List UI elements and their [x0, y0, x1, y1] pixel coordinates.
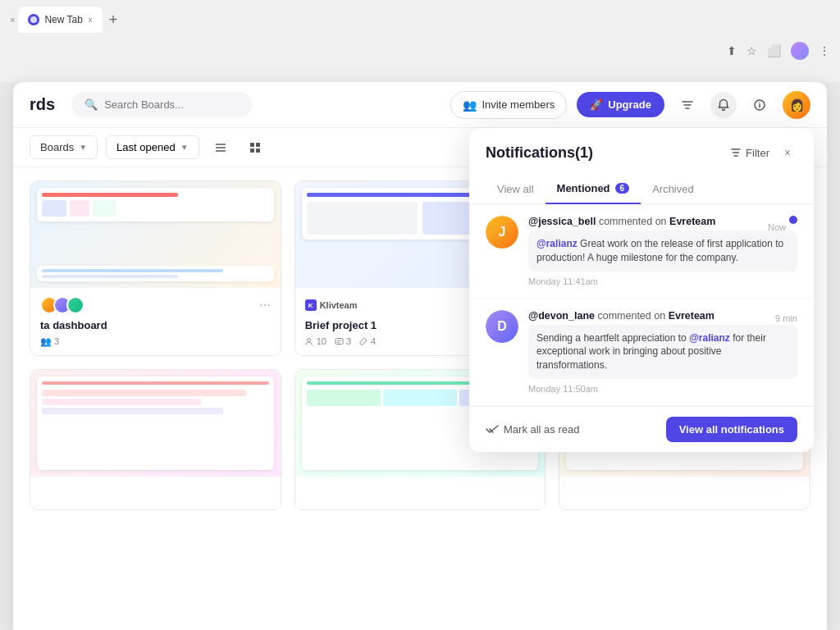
- mentioned-count-badge: 6: [615, 183, 630, 194]
- card-member-count-1: 👥 3: [40, 336, 59, 347]
- grid-view-icon-button[interactable]: [242, 135, 268, 161]
- notif-content-1: @jessica_bell commented on Evreteam @ral…: [528, 216, 797, 286]
- notif-avatar-2: D: [486, 310, 518, 343]
- notif-timestamp-2: 9 min: [775, 313, 797, 323]
- tab-view-all[interactable]: View all: [486, 174, 546, 204]
- notif-date-2: Monday 11:50am: [528, 384, 797, 394]
- notif-timestamp-1: Now: [768, 219, 786, 234]
- unread-indicator-1: [789, 216, 797, 224]
- filter-icon-button[interactable]: [674, 92, 701, 118]
- card-attachments-2: 4: [359, 336, 376, 346]
- chevron-down-icon: ▼: [180, 143, 189, 152]
- card-avatars: [40, 296, 84, 314]
- notif-summary-1: @jessica_bell commented on Evreteam: [528, 216, 797, 227]
- search-bar[interactable]: 🔍: [71, 92, 252, 117]
- search-input[interactable]: [104, 98, 227, 111]
- filter-label: Filter: [746, 147, 769, 159]
- board-select-label: Boards: [40, 141, 74, 153]
- card-preview-4: [30, 370, 281, 477]
- view-all-label: View all notifications: [679, 423, 784, 436]
- sort-button[interactable]: Last opened ▼: [106, 135, 199, 159]
- notif-date-1: Monday 11:41am: [528, 276, 797, 286]
- tab-archived[interactable]: Archived: [641, 174, 705, 204]
- mention-tag-1: @ralianz: [536, 238, 578, 249]
- add-tab-button[interactable]: +: [109, 11, 118, 29]
- notification-item-2: D @devon_lane commented on Evreteam Send…: [469, 299, 814, 406]
- card-title-1: ta dashboard: [40, 319, 271, 331]
- card-team-badge-2: K Klivteam: [305, 299, 358, 311]
- svg-rect-15: [336, 338, 343, 344]
- card-preview-1: [30, 181, 281, 288]
- browser-profile-icon[interactable]: [791, 42, 809, 60]
- notif-bubble-2: Sending a heartfelt appreciation to @ral…: [528, 325, 797, 379]
- invite-label: Invite members: [482, 98, 555, 111]
- view-all-notifications-button[interactable]: View all notifications: [666, 417, 797, 442]
- notifications-title: Notifications(1): [486, 144, 593, 162]
- info-icon-button[interactable]: [746, 92, 773, 118]
- board-card-1[interactable]: ⋯ ta dashboard 👥 3: [30, 180, 281, 356]
- app-header: rds 🔍 👥 Invite members 🚀 Upgrade: [13, 82, 827, 128]
- search-icon: 🔍: [84, 98, 98, 111]
- tab-mentioned[interactable]: Mentioned 6: [546, 174, 641, 204]
- user-avatar[interactable]: 👩: [783, 91, 810, 119]
- notifications-button[interactable]: [710, 92, 737, 118]
- card-more-icon[interactable]: ⋯: [259, 299, 271, 312]
- tab-archived-label: Archived: [652, 183, 694, 195]
- app-window: rds 🔍 👥 Invite members 🚀 Upgrade: [13, 82, 827, 630]
- notif-user-2: @devon_lane: [528, 310, 595, 322]
- svg-rect-10: [250, 143, 254, 147]
- notifications-header: Notifications(1) Filter ×: [469, 128, 814, 174]
- svg-point-6: [759, 102, 760, 103]
- split-view-icon[interactable]: ⬜: [767, 44, 781, 57]
- svg-point-14: [307, 338, 310, 341]
- notif-action-2: commented on: [597, 310, 668, 322]
- mention-tag-2: @ralianz: [689, 332, 730, 344]
- svg-rect-13: [256, 148, 260, 153]
- card-info-6: [559, 477, 810, 504]
- notif-user-1: @jessica_bell: [528, 216, 596, 227]
- invite-members-button[interactable]: 👥 Invite members: [450, 91, 567, 119]
- board-card-4[interactable]: [30, 369, 281, 510]
- sort-label: Last opened: [116, 141, 176, 153]
- list-view-icon-button[interactable]: [208, 135, 234, 161]
- notif-action-1: commented on: [599, 216, 669, 227]
- browser-toolbar: ⬆ ☆ ⬜ ⋮: [0, 33, 840, 69]
- card-info-5: [295, 477, 546, 504]
- avatar-image: 👩: [783, 91, 810, 119]
- notif-bubble-1: @ralianz Great work on the release of fi…: [528, 231, 797, 272]
- tab-close-icon[interactable]: ×: [10, 15, 15, 25]
- notif-content-2: @devon_lane commented on Evreteam Sendin…: [528, 310, 797, 394]
- team-dot: K: [305, 299, 317, 311]
- tab-favicon: [28, 14, 39, 25]
- tab-view-all-label: View all: [497, 183, 534, 195]
- board-select[interactable]: Boards ▼: [30, 135, 98, 159]
- share-icon[interactable]: ⬆: [727, 44, 737, 57]
- notif-target-2: Evreteam: [669, 310, 714, 322]
- svg-rect-11: [256, 143, 260, 147]
- svg-point-0: [30, 16, 37, 23]
- browser-chrome: × New Tab × + ⬆ ☆ ⬜ ⋮: [0, 0, 840, 82]
- invite-icon: 👥: [463, 98, 477, 112]
- more-options-icon[interactable]: ⋮: [819, 44, 830, 57]
- card-meta-1: 👥 3: [40, 336, 271, 347]
- notif-avatar-1: J: [486, 216, 518, 249]
- card-member-count-2: 10: [305, 336, 326, 346]
- filter-button[interactable]: Filter: [730, 147, 769, 159]
- tab-mentioned-label: Mentioned: [557, 182, 610, 194]
- notifications-list: J @jessica_bell commented on Evreteam @r…: [469, 204, 814, 406]
- mark-read-label: Mark all as read: [504, 423, 579, 436]
- upgrade-button[interactable]: 🚀 Upgrade: [577, 92, 664, 117]
- mark-all-read-button[interactable]: Mark all as read: [486, 423, 579, 436]
- bookmark-icon[interactable]: ☆: [746, 44, 757, 57]
- notif-summary-2: @devon_lane commented on Evreteam: [528, 310, 797, 322]
- browser-tab[interactable]: New Tab ×: [18, 7, 102, 33]
- notifications-panel: Notifications(1) Filter × View all Menti…: [469, 128, 814, 452]
- browser-toolbar-right: ⬆ ☆ ⬜ ⋮: [727, 42, 830, 60]
- tab-close-btn[interactable]: ×: [88, 16, 93, 25]
- header-actions: 👥 Invite members 🚀 Upgrade 👩: [450, 91, 810, 119]
- rocket-icon: 🚀: [590, 98, 603, 111]
- card-info-1: ⋯ ta dashboard 👥 3: [30, 288, 281, 355]
- close-notifications-button[interactable]: ×: [778, 143, 797, 162]
- tab-title: New Tab: [44, 14, 82, 25]
- upgrade-label: Upgrade: [608, 98, 651, 111]
